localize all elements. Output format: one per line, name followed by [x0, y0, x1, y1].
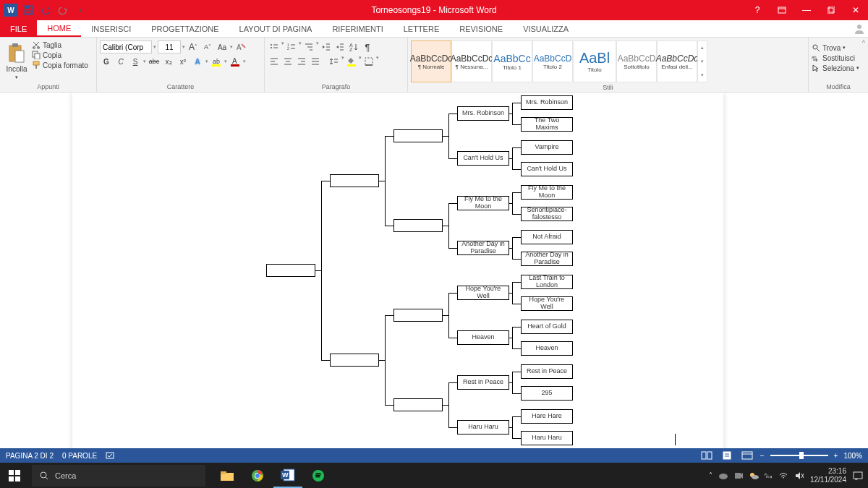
font-size-combo[interactable]: 11: [158, 40, 181, 53]
font-name-combo[interactable]: Calibri (Corp: [100, 40, 152, 53]
page[interactable]: Mrs. RobinsonThe Two MaximsVampireCan't …: [72, 93, 723, 463]
collapse-ribbon-button[interactable]: ^: [862, 39, 865, 46]
style-sottotitolo[interactable]: AaBbCcDSottotitolo: [616, 40, 657, 82]
tab-revisione[interactable]: REVISIONE: [449, 20, 513, 37]
select-button[interactable]: Seleziona ▾: [812, 64, 859, 72]
redo-button[interactable]: [55, 2, 71, 18]
print-layout-button[interactable]: [720, 450, 734, 461]
tab-lettere[interactable]: LETTERE: [393, 20, 450, 37]
copy-button[interactable]: Copia: [32, 51, 88, 59]
save-button[interactable]: [20, 2, 36, 18]
line-spacing-button[interactable]: [328, 55, 341, 68]
style-titolo2[interactable]: AaBbCcDTitolo 2: [532, 40, 573, 82]
shading-button[interactable]: [345, 55, 358, 68]
group-font: Calibri (Corp ▾ 11 ▾ A˄ A˅ Aa ▾ A G C S …: [97, 38, 265, 92]
ribbon-display-button[interactable]: [770, 0, 794, 20]
find-button[interactable]: Trova ▾: [812, 43, 859, 52]
clear-formatting-button[interactable]: A: [234, 40, 247, 53]
close-button[interactable]: ✕: [843, 0, 868, 20]
tray-meet-icon[interactable]: [734, 471, 743, 480]
strikethrough-button[interactable]: abc: [148, 55, 161, 68]
numbering-button[interactable]: 12: [285, 40, 298, 53]
style-enfasi[interactable]: AaBbCcDcEnfasi deli...: [657, 40, 697, 82]
tray-weather-icon[interactable]: [749, 471, 759, 480]
group-editing: Trova ▾ abSostituisci Seleziona ▾ Modifi…: [809, 38, 868, 92]
bullets-button[interactable]: [268, 40, 281, 53]
multilevel-button[interactable]: [302, 40, 315, 53]
zoom-out-button[interactable]: −: [760, 452, 765, 460]
sort-button[interactable]: AZ: [347, 40, 360, 53]
notifications-button[interactable]: [852, 471, 864, 481]
tab-riferimenti[interactable]: RIFERIMENTI: [322, 20, 393, 37]
tab-home[interactable]: HOME: [37, 20, 81, 37]
style-titolo[interactable]: AaBlTitolo: [573, 40, 616, 82]
tab-visualizza[interactable]: VISUALIZZA: [513, 20, 579, 37]
change-case-button[interactable]: Aa: [216, 40, 229, 53]
spellcheck-icon[interactable]: [106, 451, 116, 460]
shrink-font-button[interactable]: A˅: [201, 40, 214, 53]
tray-volume-icon[interactable]: [794, 471, 804, 480]
bracket-r3-0: [393, 129, 443, 142]
word-app-icon[interactable]: W: [3, 2, 19, 18]
user-account-icon[interactable]: [851, 20, 868, 38]
increase-indent-button[interactable]: [333, 40, 346, 53]
italic-button[interactable]: C: [114, 55, 127, 68]
web-layout-button[interactable]: [740, 450, 754, 461]
align-right-button[interactable]: [295, 55, 308, 68]
tab-file[interactable]: FILE: [0, 20, 37, 37]
taskbar-chrome[interactable]: [243, 463, 272, 488]
tray-language[interactable]: ʳᵢₜₐ: [765, 472, 773, 479]
paste-button[interactable]: Incolla ▾: [3, 40, 30, 80]
highlight-button[interactable]: ab: [210, 55, 223, 68]
start-button[interactable]: [0, 463, 29, 488]
grow-font-button[interactable]: A˄: [187, 40, 200, 53]
minimize-button[interactable]: —: [794, 0, 819, 20]
taskbar-search[interactable]: Cerca: [32, 465, 205, 487]
bracket-r2-6: Rest in Peace: [457, 375, 509, 390]
bracket-r1-3: Can't Hold Us: [521, 162, 573, 176]
tray-wifi-icon[interactable]: [778, 471, 788, 480]
superscript-button[interactable]: x²: [176, 55, 190, 68]
document-area[interactable]: Mrs. RobinsonThe Two MaximsVampireCan't …: [0, 93, 868, 463]
read-mode-button[interactable]: [699, 450, 714, 461]
tray-onedrive-icon[interactable]: [718, 472, 728, 479]
tab-progettazione[interactable]: PROGETTAZIONE: [141, 20, 229, 37]
styles-more-button[interactable]: ▴▾▾: [697, 40, 707, 82]
tray-chevron[interactable]: ˄: [709, 471, 712, 479]
format-painter-button[interactable]: Copia formato: [32, 61, 88, 69]
font-color-button[interactable]: A: [229, 55, 242, 68]
style-nessuna[interactable]: AaBbCcDc¶ Nessuna...: [451, 40, 492, 82]
style-normale[interactable]: AaBbCcDc¶ Normale: [411, 40, 451, 82]
text-effects-button[interactable]: A: [191, 55, 204, 68]
underline-button[interactable]: S: [129, 55, 142, 68]
tab-layout[interactable]: LAYOUT DI PAGINA: [229, 20, 323, 37]
taskbar-spotify[interactable]: [304, 463, 333, 488]
styles-gallery[interactable]: AaBbCcDc¶ Normale AaBbCcDc¶ Nessuna... A…: [411, 40, 707, 82]
show-marks-button[interactable]: ¶: [361, 40, 374, 53]
maximize-button[interactable]: [819, 0, 843, 20]
help-button[interactable]: ?: [745, 0, 770, 20]
undo-button[interactable]: [38, 2, 54, 18]
taskbar-word[interactable]: W: [273, 463, 302, 488]
decrease-indent-button[interactable]: [320, 40, 333, 53]
align-center-button[interactable]: [281, 55, 294, 68]
subscript-button[interactable]: x₂: [162, 55, 175, 68]
word-count[interactable]: 0 PAROLE: [62, 452, 97, 460]
bold-button[interactable]: G: [100, 55, 113, 68]
svg-text:A: A: [232, 57, 237, 65]
align-left-button[interactable]: [268, 55, 281, 68]
style-titolo1[interactable]: AaBbCcTitolo 1: [492, 40, 532, 82]
tab-inserisci[interactable]: INSERISCI: [81, 20, 141, 37]
taskbar-explorer[interactable]: [213, 463, 242, 488]
cut-button[interactable]: Taglia: [32, 40, 88, 49]
page-indicator[interactable]: PAGINA 2 DI 2: [6, 452, 54, 460]
replace-button[interactable]: abSostituisci: [812, 53, 859, 62]
svg-rect-76: [221, 471, 226, 474]
taskbar-clock[interactable]: 23:16 12/11/2024: [810, 467, 846, 484]
zoom-in-button[interactable]: +: [834, 452, 838, 460]
zoom-slider[interactable]: [770, 455, 828, 456]
zoom-level[interactable]: 100%: [843, 452, 862, 460]
qat-customize[interactable]: ▾: [72, 2, 88, 18]
borders-button[interactable]: [362, 55, 375, 68]
justify-button[interactable]: [309, 55, 322, 68]
